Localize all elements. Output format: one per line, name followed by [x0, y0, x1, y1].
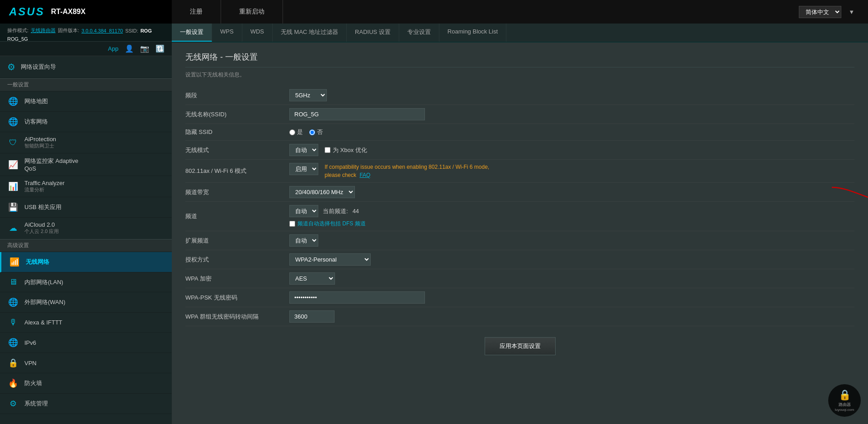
adaptive-qos-label: 网络监控家 Adaptive — [24, 157, 78, 165]
label-band: 频段 — [185, 86, 285, 105]
radio-no[interactable]: 否 — [309, 128, 323, 136]
top-nav: 注册 重新启动 — [172, 0, 283, 24]
tab-wps[interactable]: WPS — [212, 24, 242, 42]
page-subtitle: 设置以下无线相关信息。 — [185, 71, 854, 79]
sidebar-item-ipv6[interactable]: 🌐 IPv6 — [0, 333, 172, 353]
wireless-mode-select[interactable]: 自动 — [289, 144, 318, 156]
mode-value[interactable]: 无线路由器 — [31, 27, 56, 34]
value-80211ax: 启用 禁用 If compatibility issue occurs when… — [285, 160, 854, 183]
vpn-label: VPN — [24, 360, 37, 367]
tab-radius[interactable]: RADIUS 设置 — [347, 24, 399, 42]
apply-button[interactable]: 应用本页面设置 — [485, 337, 556, 355]
dfs-check[interactable]: 频道自动选择包括 DFS 频道 — [289, 220, 850, 228]
app-link[interactable]: App — [108, 45, 118, 52]
language-select[interactable]: 简体中文 English — [799, 6, 841, 18]
tab-wds[interactable]: WDS — [242, 24, 273, 42]
wan-icon: 🌐 — [7, 297, 19, 307]
sidebar-item-aicloud[interactable]: ☁ AiCloud 2.0 个人云 2.0 应用 — [0, 218, 172, 239]
content-tabs: 一般设置 WPS WDS 无线 MAC 地址过滤器 RADIUS 设置 专业设置… — [172, 24, 868, 43]
monitor-icon[interactable]: 📷 — [140, 44, 149, 53]
ipv6-label: IPv6 — [24, 339, 36, 346]
value-wpa-enc: AES TKIP TKIP+AES — [285, 269, 854, 288]
wan-label: 外部网络(WAN) — [24, 298, 66, 306]
tab-register[interactable]: 注册 — [172, 0, 221, 24]
usb-apps-label: USB 相关应用 — [24, 203, 61, 211]
label-wireless-mode: 无线模式 — [185, 141, 285, 160]
auth-select[interactable]: WPA2-Personal Open System WPA-Personal W… — [289, 253, 371, 266]
key-renewal-input[interactable] — [289, 310, 335, 323]
tab-restart[interactable]: 重新启动 — [221, 0, 283, 24]
firewall-label: 防火墙 — [24, 379, 42, 387]
ssid-separator: ROG_5G — [7, 36, 28, 42]
value-channel: 自动 36 40 44 48 当前频道: 44 — [285, 202, 854, 231]
general-section-header: 一般设置 — [0, 78, 172, 91]
aicloud-label: AiCloud 2.0 — [24, 221, 59, 228]
sidebar-item-alexa[interactable]: 🎙 Alexa & IFTTT — [0, 313, 172, 333]
label-wpa-psk: WPA-PSK 无线密码 — [185, 288, 285, 307]
value-band: 5GHz 2.4GHz — [285, 86, 854, 105]
field-wireless-mode: 无线模式 自动 为 Xbox 优化 — [185, 141, 854, 160]
ext-channel-select[interactable]: 自动 上 下 — [289, 234, 318, 247]
firmware-version[interactable]: 3.0.0.4.384_81170 — [81, 28, 123, 33]
asus-logo: ASUS — [9, 5, 45, 18]
label-wpa-enc: WPA 加密 — [185, 269, 285, 288]
sidebar-item-adaptive-qos[interactable]: 📈 网络监控家 Adaptive QoS — [0, 153, 172, 176]
current-channel-value: 44 — [353, 208, 359, 214]
wireless-icon: 📶 — [9, 257, 20, 267]
channel-select[interactable]: 自动 36 40 44 48 — [289, 205, 318, 217]
label-hide-ssid: 隐藏 SSID — [185, 124, 285, 141]
ipv6-icon: 🌐 — [7, 338, 19, 348]
aicloud-icon: ☁ — [7, 223, 19, 233]
settings-form: 频段 5GHz 2.4GHz 无线名称(SSID) — [185, 86, 854, 326]
page-content: 无线网络 - 一般设置 设置以下无线相关信息。 频段 5GHz 2.4GHz — [172, 43, 868, 424]
tab-roaming-block[interactable]: Roaming Block List — [439, 24, 506, 42]
wpa-psk-input[interactable] — [289, 291, 425, 304]
field-bandwidth: 频道带宽 20/40/80/160 MHz 20 MHz 40 MHz 80 M… — [185, 183, 854, 202]
sidebar-item-firewall[interactable]: 🔥 防火墙 — [0, 373, 172, 394]
watermark-subtext: luyouqi.com — [835, 408, 854, 412]
sidebar-item-traffic-analyzer[interactable]: 📊 Traffic Analyzer 流量分析 — [0, 176, 172, 197]
80211ax-select[interactable]: 启用 禁用 — [289, 163, 318, 175]
sidebar-item-wireless[interactable]: 📶 无线网络 — [0, 252, 172, 272]
sidebar: 操作模式: 无线路由器 固件版本: 3.0.0.4.384_81170 SSID… — [0, 24, 172, 424]
radio-yes[interactable]: 是 — [289, 128, 303, 136]
setup-guide-icon: ⚙ — [7, 62, 15, 72]
network-map-label: 网络地图 — [24, 97, 48, 105]
xbox-optimize-check[interactable]: 为 Xbox 优化 — [325, 146, 367, 154]
wpa-enc-select[interactable]: AES TKIP TKIP+AES — [289, 272, 335, 285]
field-band: 频段 5GHz 2.4GHz — [185, 86, 854, 105]
aiprotection-label: AiProtection — [24, 136, 56, 143]
user-icon[interactable]: 👤 — [125, 44, 134, 53]
usb-icon[interactable]: 🔃 — [156, 44, 165, 53]
sidebar-item-wan[interactable]: 🌐 外部网络(WAN) — [0, 292, 172, 313]
vpn-icon: 🔒 — [7, 358, 19, 368]
sidebar-item-vpn[interactable]: 🔒 VPN — [0, 353, 172, 373]
sidebar-item-sysadmin[interactable]: ⚙ 系统管理 — [0, 394, 172, 414]
value-hide-ssid: 是 否 — [285, 124, 854, 141]
sidebar-item-usb-apps[interactable]: 💾 USB 相关应用 — [0, 197, 172, 218]
sidebar-item-guest-network[interactable]: 🌐 访客网络 — [0, 112, 172, 132]
guest-network-icon: 🌐 — [7, 117, 19, 127]
tab-professional[interactable]: 专业设置 — [399, 24, 439, 42]
label-auth: 授权方式 — [185, 250, 285, 269]
ssid-input[interactable] — [289, 108, 425, 120]
sidebar-item-setup-guide[interactable]: ⚙ 网络设置向导 — [0, 56, 172, 78]
field-ssid: 无线名称(SSID) — [185, 105, 854, 124]
wireless-label: 无线网络 — [26, 258, 49, 266]
field-key-renewal: WPA 群组无线密码转动间隔 — [185, 307, 854, 326]
current-channel-label: 当前频道: — [323, 207, 348, 215]
band-select[interactable]: 5GHz 2.4GHz — [289, 89, 327, 101]
bandwidth-select[interactable]: 20/40/80/160 MHz 20 MHz 40 MHz 80 MHz 16… — [289, 186, 355, 198]
faq-link[interactable]: FAQ — [359, 172, 370, 178]
field-wpa-enc: WPA 加密 AES TKIP TKIP+AES — [185, 269, 854, 288]
guest-network-label: 访客网络 — [24, 118, 48, 126]
value-auth: WPA2-Personal Open System WPA-Personal W… — [285, 250, 854, 269]
sidebar-item-aiprotection[interactable]: 🛡 AiProtection 智能防网卫士 — [0, 132, 172, 153]
traffic-analyzer-sublabel: 流量分析 — [24, 186, 65, 193]
alexa-label: Alexa & IFTTT — [24, 319, 62, 326]
sidebar-item-network-map[interactable]: 🌐 网络地图 — [0, 91, 172, 112]
sidebar-item-lan[interactable]: 🖥 内部网络(LAN) — [0, 272, 172, 292]
aicloud-sublabel: 个人云 2.0 应用 — [24, 228, 59, 235]
tab-general[interactable]: 一般设置 — [172, 24, 212, 42]
tab-mac-filter[interactable]: 无线 MAC 地址过滤器 — [273, 24, 347, 42]
